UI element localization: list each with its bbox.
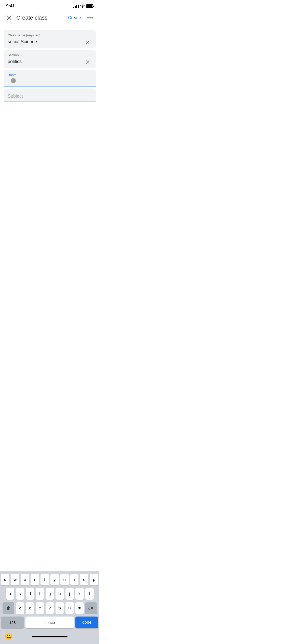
page-title: Create class	[16, 14, 47, 21]
section-label: Section	[8, 53, 92, 57]
nav-left: Create class	[4, 13, 47, 23]
status-time: 9:41	[6, 4, 15, 9]
clear-icon	[85, 60, 90, 64]
clear-icon	[85, 40, 90, 45]
section-underline	[4, 68, 96, 68]
room-dot-indicator	[11, 78, 16, 83]
class-name-input-row: social Science	[8, 38, 92, 48]
signal-icon	[73, 4, 79, 8]
subject-input-row: Subject	[8, 92, 92, 101]
class-name-field[interactable]: Class name (required) social Science	[4, 30, 96, 48]
more-button[interactable]: •••	[85, 13, 95, 23]
status-bar: 9:41	[0, 0, 99, 11]
class-name-value[interactable]: social Science	[8, 39, 84, 47]
section-clear-button[interactable]	[84, 58, 92, 66]
section-value[interactable]: politics	[8, 59, 84, 67]
room-underline	[4, 86, 96, 86]
close-button[interactable]	[4, 13, 14, 23]
close-icon	[6, 15, 12, 21]
create-button[interactable]: Create	[66, 14, 83, 21]
subject-placeholder[interactable]: Subject	[8, 92, 92, 101]
text-cursor	[8, 78, 8, 83]
class-name-clear-button[interactable]	[84, 38, 92, 46]
section-input-row: politics	[8, 58, 92, 68]
class-name-label: Class name (required)	[8, 33, 92, 37]
section-field[interactable]: Section politics	[4, 50, 96, 68]
nav-right: Create •••	[66, 13, 95, 23]
status-icons	[73, 4, 93, 8]
battery-icon	[86, 4, 93, 8]
room-input-row	[8, 78, 92, 86]
room-field[interactable]: Room	[4, 70, 96, 86]
class-name-underline	[4, 48, 96, 48]
form-container: Class name (required) social Science Sec…	[0, 26, 99, 106]
subject-field[interactable]: Subject	[4, 89, 96, 102]
nav-bar: Create class Create •••	[0, 11, 99, 26]
room-label: Room	[8, 73, 92, 77]
wifi-icon	[80, 5, 85, 8]
subject-underline	[4, 101, 96, 102]
